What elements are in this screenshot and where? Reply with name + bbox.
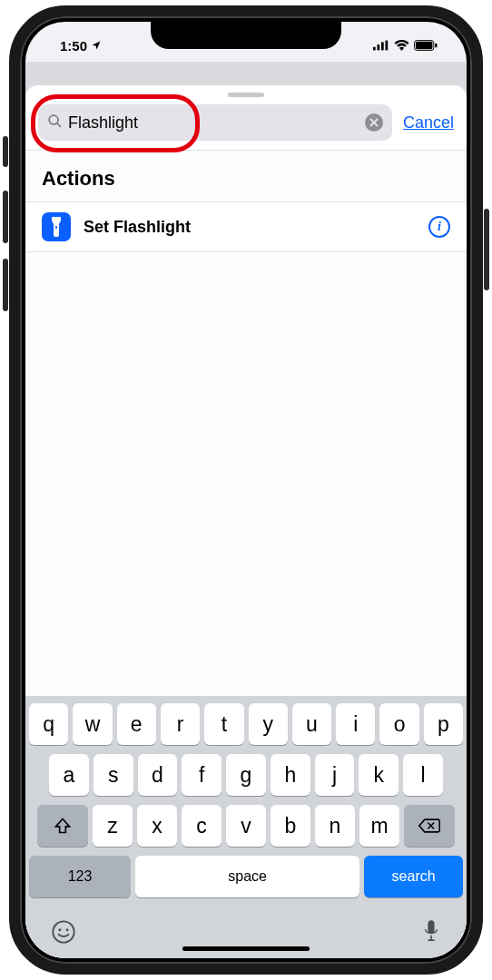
status-time: 1:50 (60, 38, 87, 54)
key-o[interactable]: o (379, 703, 418, 745)
action-row-set-flashlight[interactable]: Set Flashlight i (25, 202, 467, 252)
keyboard-row-3: zxcvbnm (29, 805, 463, 847)
keyboard-row-1: qwertyuiop (29, 703, 463, 745)
key-u[interactable]: u (292, 703, 331, 745)
search-row: Cancel (25, 103, 467, 150)
notch (151, 22, 341, 49)
numbers-key[interactable]: 123 (29, 856, 131, 897)
key-c[interactable]: c (182, 805, 221, 847)
svg-rect-17 (428, 921, 434, 933)
key-b[interactable]: b (271, 805, 310, 847)
keyboard-row-2: asdfghjkl (29, 754, 463, 796)
key-e[interactable]: e (117, 703, 156, 745)
key-n[interactable]: n (315, 805, 355, 847)
cellular-icon (373, 38, 389, 54)
key-v[interactable]: v (226, 805, 266, 847)
key-p[interactable]: p (424, 703, 463, 745)
key-k[interactable]: k (359, 754, 399, 796)
volume-down-button[interactable] (3, 259, 8, 311)
space-key[interactable]: space (135, 856, 359, 897)
svg-rect-2 (381, 42, 384, 50)
search-field[interactable] (38, 104, 392, 141)
search-sheet: Cancel Actions Set Flashlight i qwertyui… (25, 85, 467, 958)
svg-rect-6 (435, 43, 437, 47)
key-r[interactable]: r (161, 703, 200, 745)
home-indicator[interactable] (182, 946, 310, 951)
svg-line-8 (57, 122, 61, 126)
power-button[interactable] (484, 209, 489, 290)
emoji-key[interactable] (51, 919, 76, 951)
search-input[interactable] (68, 113, 359, 132)
svg-point-15 (59, 929, 60, 930)
key-l[interactable]: l (403, 754, 443, 796)
svg-rect-0 (373, 46, 376, 50)
key-z[interactable]: z (93, 805, 133, 847)
svg-rect-11 (55, 226, 57, 229)
phone-frame: 1:50 (9, 5, 483, 975)
empty-space (25, 252, 467, 696)
info-button[interactable]: i (428, 216, 450, 238)
key-s[interactable]: s (93, 754, 133, 796)
silent-switch[interactable] (3, 136, 8, 167)
key-d[interactable]: d (138, 754, 178, 796)
key-g[interactable]: g (226, 754, 266, 796)
key-m[interactable]: m (359, 805, 399, 847)
keyboard: qwertyuiop asdfghjkl zxcvbnm 123 space s… (25, 696, 467, 958)
shift-key[interactable] (37, 805, 88, 847)
location-icon (91, 38, 102, 54)
action-label: Set Flashlight (84, 218, 416, 237)
clear-search-button[interactable] (365, 113, 383, 132)
cancel-button[interactable]: Cancel (403, 113, 454, 132)
search-icon (47, 113, 63, 132)
key-w[interactable]: w (73, 703, 112, 745)
search-key[interactable]: search (364, 856, 463, 897)
key-f[interactable]: f (182, 754, 221, 796)
screen: 1:50 (25, 22, 467, 958)
delete-key[interactable] (404, 805, 455, 847)
key-x[interactable]: x (137, 805, 177, 847)
svg-point-14 (53, 921, 74, 942)
svg-rect-1 (378, 44, 380, 50)
keyboard-row-4: 123 space search (29, 856, 463, 897)
key-y[interactable]: y (249, 703, 288, 745)
sheet-grabber[interactable] (228, 93, 264, 97)
wifi-icon (394, 38, 409, 54)
key-t[interactable]: t (204, 703, 243, 745)
flashlight-icon (42, 212, 71, 241)
key-q[interactable]: q (29, 703, 68, 745)
battery-icon (414, 38, 438, 54)
key-h[interactable]: h (271, 754, 310, 796)
key-j[interactable]: j (315, 754, 355, 796)
svg-point-16 (67, 929, 68, 930)
svg-rect-3 (386, 40, 389, 50)
key-i[interactable]: i (336, 703, 375, 745)
svg-point-7 (49, 115, 58, 124)
section-header-actions: Actions (25, 150, 467, 202)
volume-up-button[interactable] (3, 191, 8, 243)
svg-rect-5 (416, 41, 432, 48)
key-a[interactable]: a (49, 754, 89, 796)
dictation-key[interactable] (421, 919, 441, 951)
